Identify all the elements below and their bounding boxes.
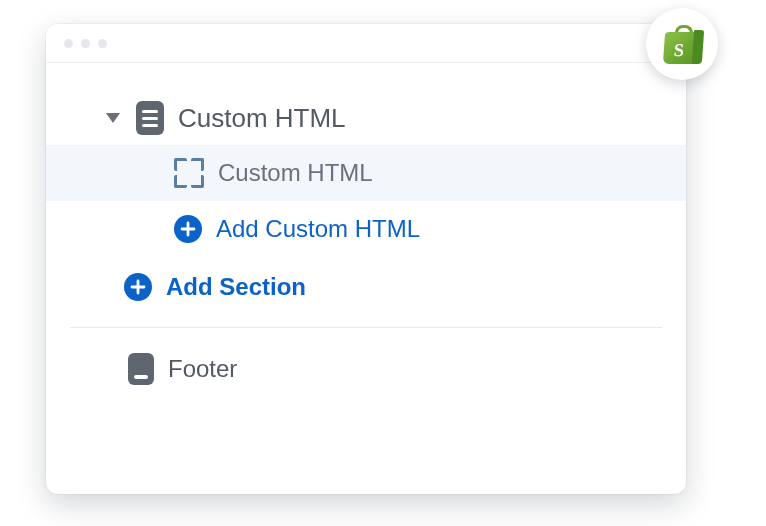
footer-label: Footer xyxy=(168,355,237,383)
add-block-label: Add Custom HTML xyxy=(216,215,420,243)
shopify-badge: S xyxy=(646,8,718,80)
add-section-button[interactable]: Add Section xyxy=(46,257,686,317)
shopify-bag-icon: S xyxy=(664,24,700,64)
footer-icon xyxy=(128,353,154,385)
theme-editor-panel: Custom HTML Custom HTML Add Custom HTML xyxy=(46,24,686,494)
chevron-down-icon xyxy=(106,113,120,123)
window-controls[interactable] xyxy=(64,39,107,48)
window-titlebar xyxy=(46,24,686,63)
divider xyxy=(70,327,662,328)
window-dot-icon xyxy=(81,39,90,48)
block-label: Custom HTML xyxy=(218,159,373,187)
add-section-label: Add Section xyxy=(166,273,306,301)
sections-list: Custom HTML Custom HTML Add Custom HTML xyxy=(46,63,686,402)
section-custom-html[interactable]: Custom HTML xyxy=(46,91,686,145)
plus-circle-icon xyxy=(124,273,152,301)
window-dot-icon xyxy=(98,39,107,48)
window-dot-icon xyxy=(64,39,73,48)
block-custom-html[interactable]: Custom HTML xyxy=(46,145,686,201)
selection-corners-icon xyxy=(174,158,204,188)
plus-circle-icon xyxy=(174,215,202,243)
section-footer[interactable]: Footer xyxy=(46,336,686,402)
section-title: Custom HTML xyxy=(178,103,346,134)
document-icon xyxy=(136,101,164,135)
add-custom-html-button[interactable]: Add Custom HTML xyxy=(46,201,686,257)
